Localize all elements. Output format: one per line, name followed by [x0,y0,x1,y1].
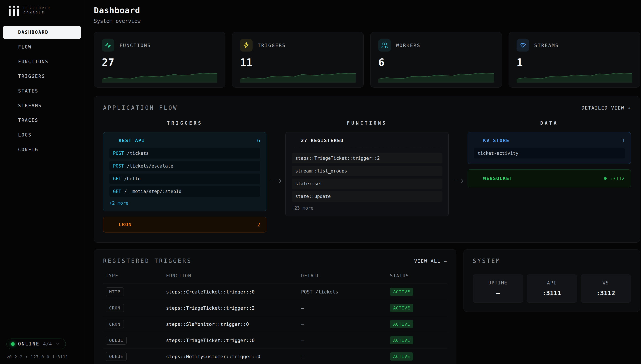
route-path: /tickets/escalate [127,164,174,169]
sidebar-nav: DASHBOARD FLOW FUNCTIONS TRIGGERS STATES… [0,21,84,161]
stats-row: FUNCTIONS 27 TRIGGERS 11 WORKERS [94,32,640,88]
sidebar-item-dashboard[interactable]: DASHBOARD [3,26,81,39]
table-row[interactable]: CRON steps::SlaMonitor::trigger::0 — ACT… [103,316,447,332]
registered-triggers-title: REGISTERED TRIGGERS [103,258,192,264]
logo-line2: CONSOLE [24,11,51,16]
connection-status-button[interactable]: ONLINE 4/4 [6,338,66,349]
route-path: /__motia/step/:stepId [124,189,182,194]
function-item: state::set [292,178,442,189]
function-item: steps::TriageTicket::trigger::2 [292,153,442,164]
flow-arrow-icon [448,169,468,184]
calendar-icon [109,222,115,228]
wifi-icon [474,176,480,181]
gear-icon [7,146,13,153]
function-item: state::update [292,191,442,202]
functions-box[interactable]: 27 REGISTERED steps::TriageTicket::trigg… [285,132,448,216]
sidebar-item-label: TRACES [18,118,38,123]
stat-sparkline [378,72,494,82]
stat-card-workers[interactable]: WORKERS 6 [370,32,502,88]
kv-store-box[interactable]: KV STORE 1 ticket-activity [468,132,631,164]
flow-col-functions: FUNCTIONS 27 REGISTERED steps::TriageTic… [285,120,448,232]
sidebar-item-label: DASHBOARD [18,30,48,35]
triggers-table: TYPE FUNCTION DETAIL STATUS HTTP steps::… [103,273,447,364]
triggers-table-body: HTTP steps::CreateTicket::trigger::0 POS… [103,284,447,364]
table-row[interactable]: QUEUE steps::NotifyCustomer::trigger::0 … [103,348,447,364]
cron-count: 2 [257,222,260,228]
cron-label: CRON [118,222,132,227]
logo-line1: DEVELOPER [24,6,51,11]
sidebar-item-functions[interactable]: FUNCTIONS [3,55,81,68]
stat-card-functions[interactable]: FUNCTIONS 27 [94,32,226,88]
detail-cell: — [301,322,390,327]
activity-icon [292,138,298,144]
sidebar-item-triggers[interactable]: TRIGGERS [3,70,81,83]
rest-more-link[interactable]: +2 more [109,200,260,206]
chevron-down-icon [56,342,60,346]
sidebar-item-label: STATES [18,88,38,94]
route-path: /hello [124,176,140,181]
system-panel: SYSTEM UPTIME — API :3111 WS :3112 [464,249,640,312]
function-cell: steps::NotifyCustomer::trigger::0 [166,354,301,359]
status-badge: ACTIVE [390,304,413,312]
route-item: POST /tickets [109,148,260,158]
sidebar-item-states[interactable]: STATES [3,84,81,98]
stat-card-triggers[interactable]: TRIGGERS 11 [232,32,364,88]
table-row[interactable]: QUEUE steps::TriageTicket::trigger::0 — … [103,332,447,348]
online-status-dot [11,342,15,346]
col-detail: DETAIL [301,273,390,278]
detail-cell: POST /tickets [301,289,390,294]
rest-api-box[interactable]: REST API 6 POST /tickets POST /tickets/e… [103,132,266,211]
flow-col-title-functions: FUNCTIONS [285,120,448,126]
cron-box[interactable]: CRON 2 [103,217,266,232]
stat-sparkline [240,72,356,82]
route-list: POST /tickets POST /tickets/escalate GET… [109,148,260,197]
sidebar-item-logs[interactable]: LOGS [3,128,81,142]
table-row[interactable]: CRON steps::TriageTicket::trigger::2 — A… [103,300,447,316]
sidebar: DEVELOPER CONSOLE DASHBOARD FLOW FUNCTIO… [0,0,84,364]
database-icon [7,88,13,94]
status-badge: ACTIVE [390,336,413,344]
type-badge: CRON [106,320,124,328]
sidebar-item-flow[interactable]: FLOW [3,40,81,54]
sidebar-item-traces[interactable]: TRACES [3,114,81,127]
stat-value: 27 [102,56,218,68]
sidebar-item-label: STREAMS [18,103,42,108]
type-badge: CRON [106,304,124,312]
websocket-port: :3112 [610,176,624,181]
flow-col-title-data: DATA [468,120,631,126]
view-all-link[interactable]: VIEW ALL → [414,258,447,264]
system-metrics: UPTIME — API :3111 WS :3112 [473,274,631,302]
function-cell: steps::TriageTicket::trigger::0 [166,338,301,343]
detail-cell: — [301,354,390,359]
sidebar-item-streams[interactable]: STREAMS [3,99,81,112]
online-status-label: ONLINE [18,341,40,346]
app-root: DEVELOPER CONSOLE DASHBOARD FLOW FUNCTIO… [0,0,641,364]
sidebar-item-label: CONFIG [18,147,38,152]
kv-list: ticket-activity [474,148,624,158]
page-subtitle: System overview [94,18,640,24]
websocket-box[interactable]: WEBSOCKET :3112 [468,170,631,188]
flow-arrow-icon [266,169,285,184]
application-flow-title: APPLICATION FLOW [103,104,178,111]
type-badge: HTTP [106,288,124,296]
functions-more-link[interactable]: +23 more [292,206,442,211]
flow-col-title-triggers: TRIGGERS [103,120,266,126]
sidebar-item-label: FUNCTIONS [18,59,48,64]
registered-triggers-panel: REGISTERED TRIGGERS VIEW ALL → TYPE FUNC… [94,249,456,364]
status-badge: ACTIVE [390,320,413,328]
version-text: v0.2.2 • 127.0.0.1:3111 [6,354,84,359]
detailed-view-link[interactable]: DETAILED VIEW → [582,105,631,110]
system-metric-uptime: UPTIME — [473,274,523,302]
function-item: stream::list_groups [292,166,442,176]
function-cell: steps::SlaMonitor::trigger::0 [166,322,301,327]
detail-cell: — [301,305,390,311]
stat-label: TRIGGERS [258,43,286,48]
metric-value: :3112 [583,290,628,297]
table-row[interactable]: HTTP steps::CreateTicket::trigger::0 POS… [103,284,447,300]
server-icon [7,58,13,65]
application-flow-panel: APPLICATION FLOW DETAILED VIEW → TRIGGER… [94,96,640,242]
flow-col-data: DATA KV STORE 1 ticket-activity [468,120,631,232]
col-type: TYPE [106,273,166,278]
stat-card-streams[interactable]: STREAMS 1 [508,32,640,88]
sidebar-item-config[interactable]: CONFIG [3,143,81,156]
